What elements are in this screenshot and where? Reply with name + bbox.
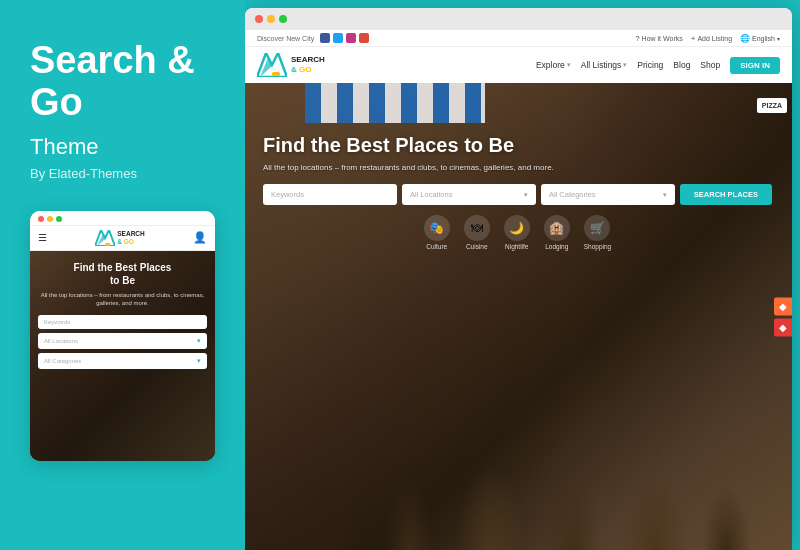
mobile-user-icon[interactable]: 👤 [193, 231, 207, 244]
mobile-locations-input[interactable]: All Locations ▾ [38, 333, 207, 349]
search-places-button[interactable]: SEARCH PLACES [680, 184, 772, 205]
mobile-categories-placeholder: All Categories [44, 358, 81, 364]
side-btn-red[interactable]: ◆ [774, 318, 792, 336]
googleplus-icon[interactable] [359, 33, 369, 43]
left-panel: Search & Go Theme By Elated-Themes ☰ [0, 0, 245, 550]
question-icon: ? [635, 34, 639, 43]
site-topbar: Discover New City ? How it Works + Add L… [245, 30, 792, 47]
nav-all-listings[interactable]: All Listings ▾ [581, 60, 628, 70]
byline: By Elated-Themes [30, 166, 137, 181]
mobile-headline: Find the Best Places to Be [38, 261, 207, 287]
instagram-icon[interactable] [346, 33, 356, 43]
mobile-keywords-input[interactable]: Keywords [38, 315, 207, 329]
nav-explore[interactable]: Explore ▾ [536, 60, 571, 70]
nav-blog-label: Blog [673, 60, 690, 70]
mobile-mockup: ☰ SEARCH & GO 👤 Find the B [30, 211, 215, 461]
hero-content: Find the Best Places to Be All the top l… [263, 133, 772, 250]
side-buttons: ◆ ◆ [774, 297, 792, 336]
main-title: Search & Go [30, 40, 195, 124]
add-listing-label: Add Listing [697, 35, 732, 42]
category-lodging[interactable]: 🏨 Lodging [544, 215, 570, 250]
globe-icon: 🌐 [740, 34, 750, 43]
mobile-dot-yellow [47, 216, 53, 222]
browser-dot-green[interactable] [279, 15, 287, 23]
how-it-works-link[interactable]: ? How it Works [635, 34, 683, 43]
twitter-icon[interactable] [333, 33, 343, 43]
topbar-right: ? How it Works + Add Listing 🌐 English ▾ [635, 34, 780, 43]
site-nav: SEARCH & GO Explore ▾ All Listings ▾ Pri… [245, 47, 792, 83]
nav-logo: SEARCH & GO [257, 53, 325, 77]
svg-marker-0 [95, 230, 115, 246]
locations-chevron-icon: ▾ [524, 191, 528, 199]
listings-chevron-icon: ▾ [623, 61, 627, 69]
shopping-label: Shopping [584, 243, 611, 250]
nav-shop[interactable]: Shop [700, 60, 720, 70]
side-btn-orange[interactable]: ◆ [774, 297, 792, 315]
title-line1: Search & [30, 39, 195, 81]
add-listing-link[interactable]: + Add Listing [691, 34, 732, 43]
shopping-icon: 🛒 [584, 215, 610, 241]
nav-blog[interactable]: Blog [673, 60, 690, 70]
nightlife-label: Nightlife [505, 243, 528, 250]
nav-logo-icon [257, 53, 287, 77]
facebook-icon[interactable] [320, 33, 330, 43]
hero-title: Find the Best Places to Be [263, 133, 772, 157]
keywords-placeholder: Keywords [271, 190, 304, 199]
mobile-categories-input[interactable]: All Categories ▾ [38, 353, 207, 369]
nav-explore-label: Explore [536, 60, 565, 70]
category-nightlife[interactable]: 🌙 Nightlife [504, 215, 530, 250]
mobile-hamburger-icon[interactable]: ☰ [38, 232, 47, 243]
mobile-headline-line2: to Be [110, 275, 135, 286]
nav-logo-text: SEARCH & GO [291, 55, 325, 74]
theme-subtitle: Theme [30, 134, 98, 160]
browser-dot-yellow[interactable] [267, 15, 275, 23]
category-culture[interactable]: 🎭 Culture [424, 215, 450, 250]
nav-logo-amp: & [291, 65, 297, 74]
site-hero: PIZZA ◆ ◆ Find the Best Places to Be All… [245, 83, 792, 550]
categories-row: 🎭 Culture 🍽 Cuisine 🌙 Nightlife 🏨 Lodgin… [263, 215, 772, 250]
mobile-logo-text: SEARCH & GO [117, 230, 144, 244]
nav-shop-label: Shop [700, 60, 720, 70]
discover-link[interactable]: Discover New City [257, 35, 314, 42]
browser-dot-red[interactable] [255, 15, 263, 23]
mobile-categories-chevron-icon: ▾ [197, 357, 201, 365]
nav-logo-go: GO [299, 65, 311, 74]
categories-select[interactable]: All Categories ▾ [541, 184, 675, 205]
culture-label: Culture [426, 243, 447, 250]
lodging-icon: 🏨 [544, 215, 570, 241]
locations-select[interactable]: All Locations ▾ [402, 184, 536, 205]
social-icons [320, 33, 369, 43]
plus-icon: + [691, 34, 696, 43]
mobile-dot-red [38, 216, 44, 222]
mobile-hero: Find the Best Places to Be All the top l… [30, 251, 215, 461]
mobile-logo-amp: & [117, 238, 122, 245]
mobile-top-bar [30, 211, 215, 226]
mobile-headline-line1: Find the Best Places [74, 262, 172, 273]
lodging-label: Lodging [545, 243, 568, 250]
category-shopping[interactable]: 🛒 Shopping [584, 215, 611, 250]
svg-marker-3 [257, 53, 287, 77]
keywords-input[interactable]: Keywords [263, 184, 397, 205]
hero-subtitle: All the top locations – from restaurants… [263, 163, 772, 172]
language-chevron-icon: ▾ [777, 35, 780, 42]
nav-all-listings-label: All Listings [581, 60, 622, 70]
browser-chrome [245, 8, 792, 30]
topbar-left: Discover New City [257, 33, 369, 43]
category-cuisine[interactable]: 🍽 Cuisine [464, 215, 490, 250]
nav-logo-search: SEARCH [291, 55, 325, 64]
browser-website: Discover New City ? How it Works + Add L… [245, 30, 792, 550]
mobile-traffic-lights [38, 216, 62, 222]
mobile-logo-search: SEARCH [117, 230, 144, 237]
signin-button[interactable]: SIGN IN [730, 57, 780, 74]
svg-rect-5 [272, 72, 280, 76]
categories-chevron-icon: ▾ [663, 191, 667, 199]
mobile-logo-icon [95, 230, 115, 246]
locations-placeholder: All Locations [410, 190, 453, 199]
svg-rect-2 [105, 243, 110, 246]
nightlife-icon: 🌙 [504, 215, 530, 241]
nav-pricing[interactable]: Pricing [637, 60, 663, 70]
language-selector[interactable]: 🌐 English ▾ [740, 34, 780, 43]
cuisine-label: Cuisine [466, 243, 488, 250]
title-line2: Go [30, 81, 83, 123]
nav-links: Explore ▾ All Listings ▾ Pricing Blog Sh… [536, 57, 780, 74]
